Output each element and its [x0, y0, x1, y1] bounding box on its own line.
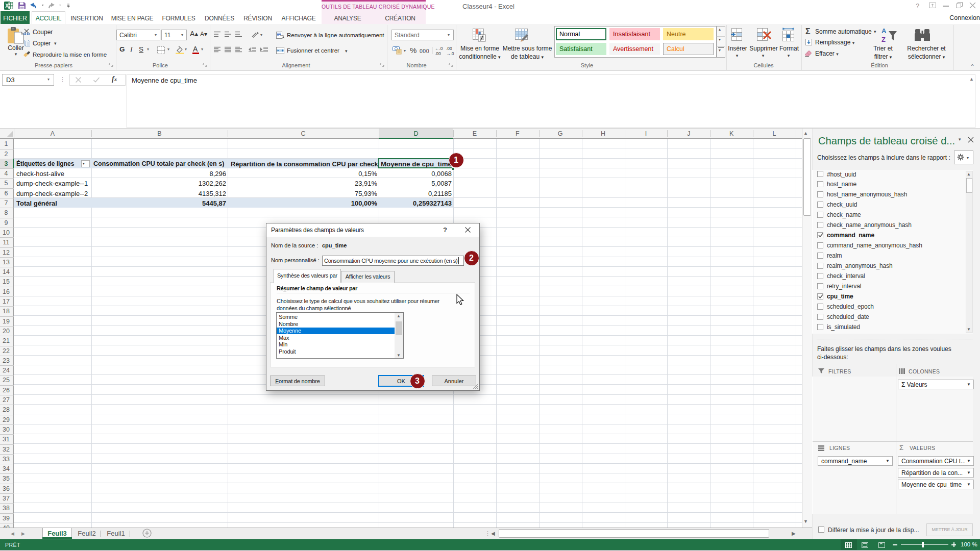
- svg-text:Z: Z: [881, 36, 886, 43]
- svg-text:X: X: [5, 3, 9, 9]
- svg-text:A: A: [881, 27, 887, 35]
